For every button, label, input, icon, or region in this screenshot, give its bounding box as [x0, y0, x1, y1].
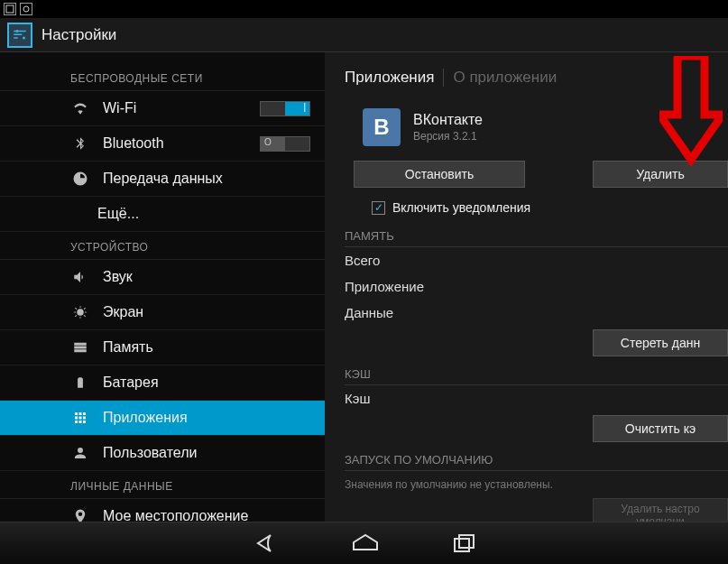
bluetooth-label: Bluetooth — [103, 135, 164, 152]
svg-point-3 — [16, 30, 19, 32]
apps-label: Приложения — [103, 410, 188, 426]
svg-rect-4 — [455, 539, 469, 551]
sidebar-item-display[interactable]: Экран — [0, 295, 325, 330]
data-usage-label: Передача данных — [103, 171, 223, 187]
notifications-row[interactable]: ✓ Включить уведомления — [345, 193, 728, 222]
sidebar-item-location[interactable]: Мое местоположение — [0, 499, 325, 522]
battery-icon — [70, 374, 90, 391]
svg-rect-0 — [6, 5, 14, 13]
back-button[interactable] — [253, 533, 278, 553]
category-personal: ЛИЧНЫЕ ДАННЫЕ — [0, 471, 325, 499]
location-label: Мое местоположение — [103, 508, 248, 522]
breadcrumb-about: О приложении — [443, 69, 557, 87]
section-launch-default: ЗАПУСК ПО УМОЛЧАНИЮ — [345, 446, 728, 471]
sidebar-item-sound[interactable]: Звук — [0, 260, 325, 295]
clear-cache-button[interactable]: Очистить кэ — [593, 415, 728, 442]
sidebar-item-more[interactable]: Ещё... — [0, 197, 325, 232]
force-stop-button[interactable]: Остановить — [354, 161, 525, 188]
wifi-icon — [70, 100, 90, 116]
bluetooth-icon — [70, 135, 90, 152]
wifi-toggle[interactable] — [260, 101, 310, 116]
storage-label: Память — [103, 339, 153, 356]
bluetooth-toggle[interactable] — [260, 136, 310, 152]
sound-icon — [70, 269, 90, 285]
status-icon-2 — [20, 3, 32, 15]
memory-total-row: Всего — [345, 247, 728, 273]
users-label: Пользователи — [103, 445, 197, 461]
sidebar-item-wifi[interactable]: Wi-Fi — [0, 91, 325, 126]
status-bar — [0, 0, 728, 18]
settings-icon — [7, 23, 32, 48]
breadcrumb-apps[interactable]: Приложения — [345, 69, 434, 87]
battery-label: Батарея — [103, 374, 159, 391]
clear-defaults-button: Удалить настро умолчани — [593, 498, 728, 522]
category-device: УСТРОЙСТВО — [0, 232, 325, 260]
memory-data-row: Данные — [345, 300, 728, 326]
sound-label: Звук — [103, 269, 133, 285]
app-name: ВКонтакте — [413, 112, 483, 128]
sidebar-item-apps[interactable]: Приложения — [0, 401, 325, 436]
notifications-checkbox[interactable]: ✓ — [372, 201, 385, 215]
app-icon: B — [363, 108, 401, 146]
home-button[interactable] — [350, 533, 381, 553]
svg-point-1 — [23, 6, 29, 12]
users-icon — [70, 445, 90, 461]
clear-data-button[interactable]: Стереть данн — [593, 329, 728, 356]
cache-row: Кэш — [345, 385, 728, 411]
wifi-label: Wi-Fi — [103, 100, 136, 116]
data-usage-icon — [70, 171, 90, 187]
sidebar-item-storage[interactable]: Память — [0, 330, 325, 365]
sidebar-item-users[interactable]: Пользователи — [0, 436, 325, 471]
annotation-arrow — [659, 56, 723, 173]
apps-icon — [70, 410, 90, 426]
svg-point-2 — [23, 36, 25, 39]
app-version: Версия 3.2.1 — [413, 130, 483, 143]
main-area: БЕСПРОВОДНЫЕ СЕТИ Wi-Fi Bluetooth Переда… — [0, 52, 728, 522]
category-wireless: БЕСПРОВОДНЫЕ СЕТИ — [0, 63, 325, 91]
sidebar-item-battery[interactable]: Батарея — [0, 365, 325, 401]
display-icon — [70, 304, 90, 320]
section-cache: КЭШ — [345, 360, 728, 385]
notifications-label: Включить уведомления — [392, 200, 530, 215]
launch-note: Значения по умолчанию не установлены. — [345, 471, 728, 495]
title-bar: Настройки — [0, 18, 728, 52]
location-icon — [70, 508, 90, 522]
memory-app-row: Приложение — [345, 273, 728, 300]
svg-rect-5 — [459, 535, 474, 548]
storage-icon — [70, 339, 90, 356]
navigation-bar — [0, 522, 728, 564]
section-memory: ПАМЯТЬ — [345, 222, 728, 247]
status-icon-1 — [4, 3, 16, 15]
page-title: Настройки — [41, 26, 116, 44]
sidebar-item-bluetooth[interactable]: Bluetooth — [0, 126, 325, 162]
sidebar-item-data-usage[interactable]: Передача данных — [0, 162, 325, 197]
recent-apps-button[interactable] — [453, 533, 476, 553]
more-label: Ещё... — [97, 206, 139, 222]
settings-sidebar: БЕСПРОВОДНЫЕ СЕТИ Wi-Fi Bluetooth Переда… — [0, 52, 325, 522]
display-label: Экран — [103, 304, 143, 320]
